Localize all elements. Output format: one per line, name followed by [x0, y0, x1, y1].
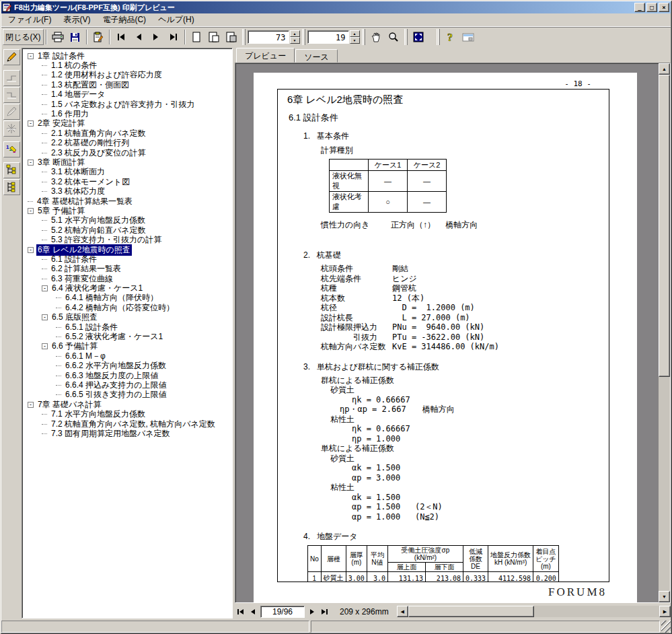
zoom-spinner[interactable]: ▲▼ [290, 30, 300, 44]
pen-tool-button[interactable] [3, 49, 20, 65]
merge-lines-icon [5, 90, 17, 100]
coeff-line: 粘性土 [330, 483, 602, 493]
expander-minus-icon[interactable]: - [28, 402, 34, 408]
expander-minus-icon[interactable]: - [28, 247, 34, 253]
close-preview-button[interactable]: 閉じる(X) [3, 29, 44, 45]
next-page-icon [309, 608, 315, 615]
case-table-cell: 液状化考慮 [330, 192, 369, 213]
close-button[interactable]: × [659, 3, 669, 12]
horizontal-scrollbar[interactable]: ◀ ▶ [397, 606, 671, 617]
zoom-tool-button[interactable] [385, 29, 402, 45]
tree-list-button[interactable] [3, 179, 20, 195]
menu-item[interactable]: 電子納品(C) [96, 13, 152, 28]
expander-minus-icon[interactable]: - [42, 343, 48, 349]
case-table-cell: — [408, 192, 447, 213]
case-table-header-cell [330, 160, 369, 171]
facing-page-button[interactable] [223, 29, 240, 45]
expander-minus-icon[interactable]: - [28, 160, 34, 166]
basic-heading: 1.基本条件 [303, 131, 602, 142]
pile-kv-label: 杭頭条件 [321, 264, 392, 274]
tree-connector [56, 356, 61, 357]
case-table-cell: — [369, 171, 408, 192]
tab-preview[interactable]: プレビュー [236, 48, 295, 63]
maximize-button[interactable]: □ [646, 3, 657, 12]
about-button[interactable] [459, 29, 477, 45]
vertical-scroll-thumb[interactable] [659, 75, 670, 377]
menu-item[interactable]: ファイル(F) [2, 13, 57, 28]
last-page-button[interactable] [165, 29, 182, 45]
merge-lines-icon [5, 73, 17, 83]
horizontal-scroll-thumb[interactable] [408, 606, 534, 617]
toolbar-separator [46, 30, 47, 44]
print-button[interactable] [49, 29, 67, 45]
tree-connector [42, 259, 47, 260]
page-number: - 18 - [564, 79, 591, 88]
pile-heading: 2.杭基礎 [303, 250, 602, 261]
expander-minus-icon[interactable]: - [42, 285, 48, 291]
tree-item[interactable]: 7.3 固有周期算定用地盤バネ定数 [26, 429, 231, 438]
info-panel-icon [462, 33, 474, 42]
org-list-icon [5, 181, 17, 193]
pan-tool-button[interactable] [367, 29, 385, 45]
pile-kv-label: 杭軸方向バネ定数 [321, 342, 392, 352]
spin-down-icon[interactable]: ▼ [350, 37, 360, 44]
prev-page-button[interactable] [130, 29, 147, 45]
last-page-nav-button[interactable] [318, 606, 330, 618]
first-page-button[interactable] [112, 29, 130, 45]
tree-item[interactable]: -6.6 予備計算 [26, 342, 231, 351]
tree-connector [56, 297, 61, 298]
page-spinner[interactable]: ▲▼ [350, 30, 360, 44]
expander-minus-icon[interactable]: - [28, 208, 34, 214]
two-page-button[interactable] [205, 29, 223, 45]
resize-grip[interactable] [661, 621, 671, 633]
pile-kv-row: 杭径 D = 1.2000 (m) [321, 303, 602, 313]
tree-structure-button[interactable] [3, 162, 20, 178]
expander-minus-icon[interactable]: - [42, 314, 48, 320]
minimize-button[interactable]: _ [634, 3, 645, 12]
page-indicator-input[interactable] [260, 606, 305, 618]
vertical-scrollbar[interactable]: ▲ ▼ [659, 63, 670, 602]
ground-table-cell: 4112.598 [488, 572, 533, 583]
toolbar-gripper [362, 29, 365, 45]
edit-output-button[interactable] [89, 29, 107, 45]
pile-kv-row: 杭頭条件剛結 [321, 264, 602, 274]
ground-table-cell: 213.08 [425, 572, 463, 583]
next-page-icon [152, 33, 160, 41]
prev-page-nav-button[interactable] [247, 606, 259, 618]
scroll-left-icon[interactable]: ◀ [397, 606, 408, 617]
tree-item[interactable]: -6.5 底版照査 [26, 313, 231, 322]
fit-window-button[interactable] [410, 29, 427, 45]
pile-kv-row: 設計極限押込力PNu = 9640.00 (kN) [321, 322, 602, 332]
tree-connector [56, 376, 61, 376]
expander-minus-icon[interactable]: - [28, 53, 34, 59]
help-button[interactable]: ? [442, 29, 459, 45]
page-input[interactable] [307, 30, 349, 44]
scroll-down-icon[interactable]: ▼ [659, 591, 670, 602]
menu-item[interactable]: 表示(V) [57, 13, 96, 28]
coeff-lines: 群杭による補正係数砂質土ηk = 0.66667ηp・αp = 2.667 橋軸… [287, 376, 602, 522]
tree-connector [42, 133, 47, 134]
facing-page-icon [226, 32, 237, 42]
zoom-input[interactable] [248, 30, 289, 44]
scroll-right-icon[interactable]: ▶ [659, 606, 671, 617]
scroll-up-icon[interactable]: ▲ [659, 63, 670, 75]
first-page-nav-button[interactable] [235, 606, 247, 618]
next-page-nav-button[interactable] [306, 606, 318, 618]
tab-source[interactable]: ソース [295, 49, 338, 63]
coeff-line: ηp = 1.000 [352, 434, 602, 444]
left-toolbar: 1 2 3 [1, 48, 22, 619]
tree-connector [42, 65, 47, 66]
document-page: - 18 - 6章 レベル2地震時の照査 6.1 設計条件 1.基本条件 計算種… [254, 73, 637, 603]
spin-up-icon[interactable]: ▲ [290, 30, 300, 37]
menu-item[interactable]: ヘルプ(H) [152, 13, 200, 28]
single-page-button[interactable] [188, 29, 205, 45]
toolbar-gripper [242, 29, 246, 45]
expander-minus-icon[interactable]: - [28, 120, 34, 127]
renumber-pages-button[interactable]: 1 2 3 [3, 141, 20, 157]
preview-area[interactable]: - 18 - 6章 レベル2地震時の照査 6.1 設計条件 1.基本条件 計算種… [235, 63, 671, 603]
tree-connector [42, 220, 47, 221]
spin-down-icon[interactable]: ▼ [290, 37, 300, 44]
next-page-button[interactable] [147, 29, 165, 45]
spin-up-icon[interactable]: ▲ [350, 30, 360, 37]
save-button[interactable] [67, 29, 84, 45]
